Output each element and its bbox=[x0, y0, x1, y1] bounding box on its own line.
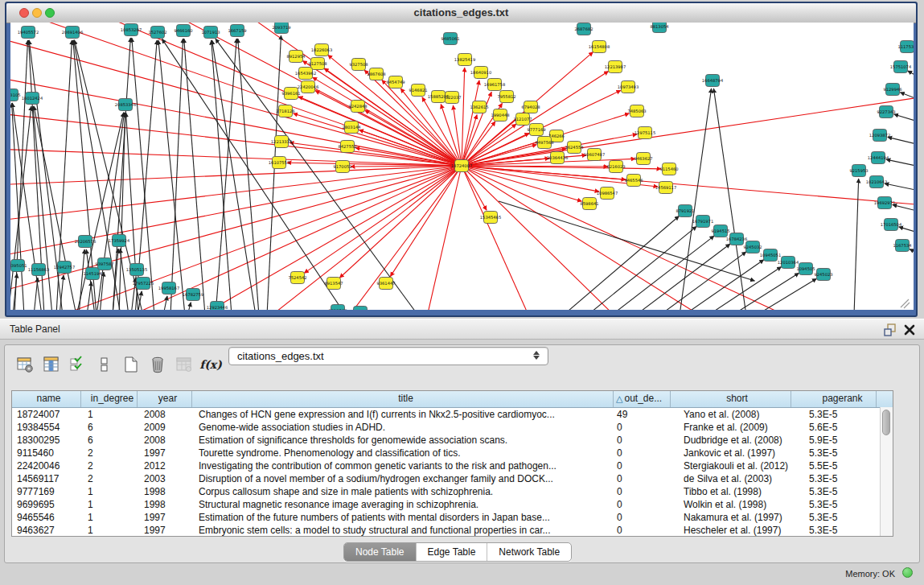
citing-node[interactable]: 16791971 bbox=[692, 216, 713, 228]
citing-node[interactable]: 12444194 bbox=[868, 152, 889, 164]
table-scrollbar[interactable] bbox=[880, 407, 893, 536]
citing-node[interactable]: 1094505 bbox=[796, 263, 815, 275]
cited-node[interactable]: 6216023 bbox=[606, 161, 625, 173]
cited-node[interactable]: 7524542 bbox=[288, 272, 306, 284]
table-row[interactable]: 1938455462009Genome-wide association stu… bbox=[12, 421, 893, 434]
close-panel-icon[interactable] bbox=[903, 323, 916, 336]
function-builder-icon[interactable]: f(x) bbox=[200, 354, 221, 375]
citing-node[interactable]: 19405572 bbox=[18, 27, 39, 39]
cited-node[interactable]: 2867608 bbox=[367, 68, 385, 80]
cited-node[interactable]: 12213987 bbox=[605, 61, 626, 73]
citation-network-graph[interactable]: 1615480812213987109734937485063129751159… bbox=[10, 23, 914, 310]
cited-node[interactable]: 1990448 bbox=[491, 109, 509, 122]
cited-node[interactable]: 8427552 bbox=[338, 141, 356, 153]
cited-node[interactable]: 9170051 bbox=[333, 161, 351, 173]
table-row[interactable]: 911546021997Tourette syndrome. Phenomeno… bbox=[12, 447, 893, 459]
column-header-in-degree[interactable]: in_degree bbox=[81, 391, 138, 407]
citing-node[interactable]: 1954218 bbox=[351, 307, 369, 311]
cited-node[interactable]: 9327508 bbox=[349, 59, 368, 71]
select-rows-icon[interactable] bbox=[68, 354, 88, 375]
table-row[interactable]: 977716911998Corpus callosum shape and si… bbox=[12, 485, 893, 498]
table-options-icon[interactable] bbox=[14, 354, 35, 375]
citing-node[interactable]: 19692971 bbox=[874, 197, 895, 209]
column-header-title[interactable]: title bbox=[192, 391, 614, 407]
table-row[interactable]: 946362711997Embryonic stem cells: a mode… bbox=[12, 524, 893, 537]
citing-node[interactable]: 9245023 bbox=[814, 269, 832, 281]
new-table-icon[interactable] bbox=[121, 354, 142, 375]
cited-node[interactable]: 8454749 bbox=[386, 76, 405, 89]
citing-node[interactable]: 9485061 bbox=[441, 33, 459, 45]
citing-node[interactable]: 1167534 bbox=[893, 240, 912, 252]
citing-node[interactable]: 8395051 bbox=[10, 260, 27, 272]
citing-node[interactable]: 10210643 bbox=[866, 176, 887, 188]
table-row[interactable]: 1456911722003Disruption of a novel membe… bbox=[12, 472, 893, 485]
citing-node[interactable]: 8813054 bbox=[650, 23, 669, 33]
citing-node[interactable]: 13505135 bbox=[126, 264, 147, 276]
cited-node[interactable]: 2803144 bbox=[342, 122, 361, 134]
cited-node[interactable]: 18640910 bbox=[470, 67, 491, 79]
citing-node[interactable]: 2093719 bbox=[272, 23, 290, 34]
citing-node[interactable]: 9227343 bbox=[877, 106, 895, 118]
column-header-pagerank[interactable]: pagerank bbox=[791, 391, 877, 407]
citing-node[interactable]: 16784236 bbox=[726, 233, 747, 245]
citing-node[interactable]: 9245032 bbox=[743, 241, 762, 253]
cited-node[interactable]: 7485063 bbox=[627, 105, 646, 117]
citing-node[interactable]: 9129946 bbox=[883, 84, 901, 96]
citing-node[interactable]: 1071913 bbox=[201, 27, 220, 39]
citing-node[interactable]: 9397587 bbox=[95, 258, 113, 270]
citing-node[interactable]: 17016504 bbox=[881, 219, 902, 231]
cited-node[interactable]: 1121077 bbox=[513, 113, 532, 126]
citing-node[interactable]: 1117534 bbox=[897, 41, 914, 53]
citing-node[interactable]: 10853287 bbox=[121, 24, 142, 36]
cited-node[interactable]: 7955812 bbox=[497, 91, 515, 103]
table-scrollbar-thumb[interactable] bbox=[882, 410, 890, 435]
cited-node[interactable]: 9396161 bbox=[281, 88, 300, 100]
float-panel-icon[interactable] bbox=[884, 323, 897, 336]
citing-node[interactable]: 1667159 bbox=[228, 25, 246, 37]
zoom-window-button[interactable] bbox=[45, 8, 55, 18]
memory-status-icon[interactable] bbox=[902, 567, 913, 578]
cited-node[interactable]: 9115460 bbox=[659, 163, 678, 175]
cited-node[interactable]: 10973493 bbox=[618, 81, 639, 93]
table-row[interactable]: 2242004622012Investigating the contribut… bbox=[12, 459, 893, 472]
cited-node[interactable]: 16107553 bbox=[269, 157, 290, 169]
cited-node[interactable]: 1362615 bbox=[470, 101, 488, 113]
column-header-name[interactable]: name bbox=[12, 391, 81, 407]
cited-node[interactable]: 9777169 bbox=[527, 124, 545, 136]
cited-node[interactable]: 9242848 bbox=[348, 101, 367, 113]
cited-node[interactable]: 6497568 bbox=[535, 137, 553, 149]
citing-node[interactable]: 9215953 bbox=[849, 165, 868, 177]
cited-node[interactable]: 9146821 bbox=[409, 84, 427, 97]
citing-node[interactable]: 12093872 bbox=[869, 130, 890, 142]
table-source-select[interactable]: citations_edges.txt bbox=[228, 347, 548, 365]
network-canvas[interactable]: 1615480812213987109734937485063129751159… bbox=[10, 23, 914, 310]
citing-node[interactable]: 2053105 bbox=[10, 89, 21, 101]
column-header-short[interactable]: short bbox=[671, 391, 791, 407]
minimize-window-button[interactable] bbox=[32, 8, 42, 18]
citing-node[interactable]: 1213568 bbox=[328, 305, 347, 311]
citing-node[interactable]: 16648794 bbox=[702, 75, 724, 87]
cited-node[interactable]: 13825419 bbox=[454, 54, 475, 66]
close-window-button[interactable] bbox=[19, 8, 29, 18]
import-table-icon[interactable] bbox=[174, 354, 195, 375]
cited-node[interactable]: 8912954 bbox=[286, 51, 306, 63]
cited-node[interactable]: 16961758 bbox=[484, 79, 505, 91]
table-row[interactable]: 969969511998Structural magnetic resonanc… bbox=[12, 498, 893, 511]
tab-edge-table[interactable]: Edge Table bbox=[416, 543, 487, 561]
tab-network-table[interactable]: Network Table bbox=[487, 543, 571, 561]
cited-node[interactable]: 2718126 bbox=[276, 105, 294, 117]
delete-table-icon[interactable] bbox=[147, 354, 168, 375]
column-visibility-icon[interactable] bbox=[41, 354, 62, 375]
cited-node[interactable]: 9361447 bbox=[376, 278, 395, 290]
cited-node[interactable]: 8598641 bbox=[580, 198, 598, 210]
cited-node[interactable]: 9463627 bbox=[634, 153, 652, 165]
citing-node[interactable]: 16782759 bbox=[183, 289, 203, 301]
cited-node[interactable]: 10607487 bbox=[584, 149, 605, 161]
cited-node[interactable]: 16154808 bbox=[589, 41, 610, 53]
citing-node[interactable]: 9466160 bbox=[174, 25, 192, 37]
citing-node[interactable]: 2687682 bbox=[574, 23, 593, 35]
merge-rows-icon[interactable] bbox=[94, 354, 115, 375]
cited-node[interactable]: 6794028 bbox=[521, 101, 540, 113]
citing-node[interactable]: 9194515 bbox=[711, 225, 729, 237]
column-header-out-degree[interactable]: △out_de... bbox=[614, 391, 671, 407]
